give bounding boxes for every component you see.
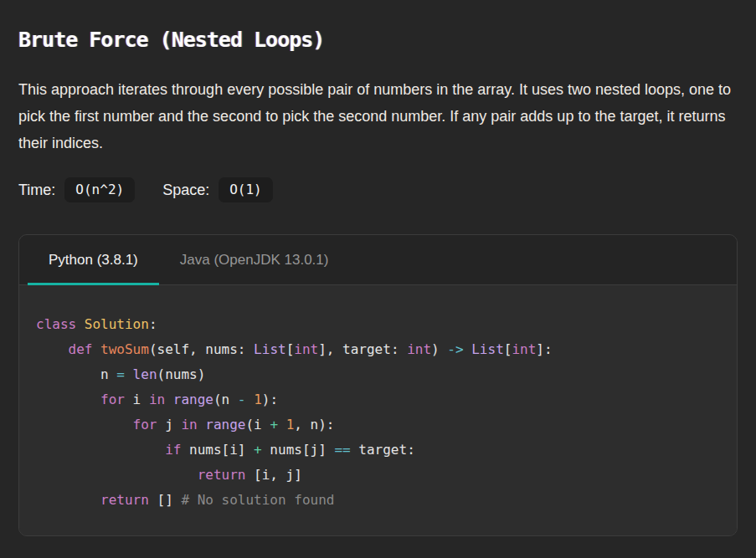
code-token-pl <box>36 492 100 508</box>
language-tab-bar: Python (3.8.1)Java (OpenJDK 13.0.1) <box>19 235 737 285</box>
code-block: class Solution: def twoSum(self, nums: L… <box>19 285 737 535</box>
code-token-kw: int <box>294 341 318 357</box>
code-token-kw: int <box>407 341 431 357</box>
code-line: return [i, j] <box>36 463 720 488</box>
code-token-pl <box>36 467 198 483</box>
code-token-pl: nums[j] <box>262 442 335 458</box>
code-token-kw: def <box>69 341 93 357</box>
code-token-num: 1 <box>286 417 295 433</box>
code-token-pl: ) <box>431 341 447 357</box>
code-token-op: = <box>116 366 125 382</box>
code-token-pl: j <box>157 417 182 433</box>
code-token-kw: for <box>100 392 125 407</box>
code-token-pl <box>92 341 100 357</box>
code-panel: Python (3.8.1)Java (OpenJDK 13.0.1) clas… <box>18 234 738 536</box>
code-line: return [] # No solution found <box>36 488 720 513</box>
complexity-row: Time: O(n^2) Space: O(1) <box>18 177 738 202</box>
code-token-op: == <box>334 442 350 458</box>
code-token-pl: [ <box>504 341 512 357</box>
code-token-pl: (n <box>213 392 238 407</box>
code-token-kw: class <box>36 316 76 332</box>
code-line: def twoSum(self, nums: List[int], target… <box>36 337 720 362</box>
code-token-bi: List <box>254 341 286 357</box>
code-token-cmt: # No solution found <box>181 492 334 508</box>
code-token-pl <box>36 417 133 433</box>
code-token-kw: in <box>149 392 165 407</box>
code-token-op: -> <box>447 341 463 357</box>
code-token-pl: (self, nums: <box>149 341 254 357</box>
code-token-bi: range <box>173 392 213 407</box>
code-token-kw: return <box>198 467 246 483</box>
code-token-op: - <box>238 392 246 407</box>
code-token-pl <box>125 366 133 382</box>
code-line: if nums[i] + nums[j] == target: <box>36 438 720 463</box>
code-token-pl: i <box>125 392 149 407</box>
time-complexity-badge: O(n^2) <box>64 177 135 202</box>
time-label: Time: <box>18 182 55 199</box>
code-token-kw: return <box>100 492 149 508</box>
code-token-pl <box>464 341 472 357</box>
code-token-pl: : <box>149 316 157 332</box>
code-token-fn: twoSum <box>100 341 149 357</box>
code-line: for i in range(n - 1): <box>36 387 720 412</box>
code-token-kw: for <box>133 417 157 433</box>
tab-java[interactable]: Java (OpenJDK 13.0.1) <box>159 235 350 284</box>
code-token-cls: Solution <box>85 316 149 332</box>
code-token-kw: if <box>165 442 181 458</box>
code-token-pl: target: <box>351 442 415 458</box>
code-token-pl <box>36 341 69 357</box>
code-token-opg: + <box>270 417 278 433</box>
code-token-pl: ], target: <box>318 341 407 357</box>
code-token-pl <box>198 417 206 433</box>
code-token-pl <box>76 316 85 332</box>
code-token-pl <box>246 392 255 407</box>
code-token-pl: ): <box>262 392 278 407</box>
code-line: n = len(nums) <box>36 362 720 387</box>
code-token-pl <box>36 442 165 458</box>
code-token-bi: len <box>133 366 157 382</box>
code-token-kw: in <box>181 417 197 433</box>
code-token-opg: + <box>254 442 262 458</box>
code-token-pl: (i <box>245 417 270 433</box>
code-line: for j in range(i + 1, n): <box>36 412 720 438</box>
code-token-pl <box>165 392 173 407</box>
tab-python[interactable]: Python (3.8.1) <box>28 235 159 284</box>
code-token-num: 1 <box>254 392 262 407</box>
code-token-pl: [i, j] <box>245 467 301 483</box>
code-token-pl: n <box>36 366 116 382</box>
space-complexity-badge: O(1) <box>219 177 273 202</box>
code-token-pl <box>36 392 100 407</box>
code-token-kw: int <box>512 341 536 357</box>
code-token-pl: ]: <box>536 341 552 357</box>
code-line: class Solution: <box>36 312 720 337</box>
code-token-pl: nums[i] <box>181 442 254 458</box>
code-token-pl: [ <box>286 341 295 357</box>
code-token-pl: , n): <box>294 417 334 433</box>
space-label: Space: <box>162 182 209 199</box>
code-token-pl <box>278 417 286 433</box>
page: Brute Force (Nested Loops) This approach… <box>0 0 756 558</box>
approach-description: This approach iterates through every pos… <box>18 76 738 156</box>
code-token-bi: range <box>205 417 245 433</box>
code-token-bi: List <box>471 341 504 357</box>
code-token-pl: (nums) <box>157 366 206 382</box>
page-title: Brute Force (Nested Loops) <box>18 28 738 52</box>
code-token-pl: [] <box>149 492 182 508</box>
